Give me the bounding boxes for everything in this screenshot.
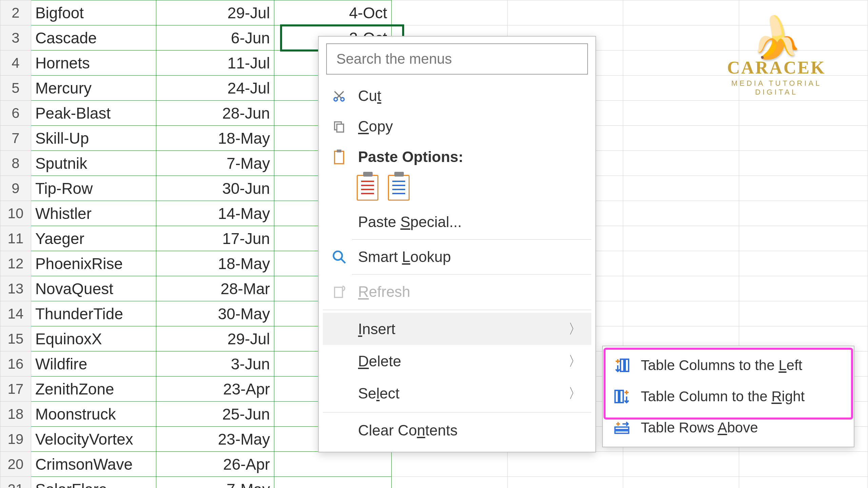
cell-date1[interactable]: 28-Mar <box>156 276 274 301</box>
cell-blank[interactable] <box>623 226 739 251</box>
cell-blank[interactable] <box>391 477 507 488</box>
cell-date1[interactable]: 30-May <box>156 301 274 326</box>
cell-blank[interactable] <box>739 452 868 477</box>
cell-name[interactable]: Sputnik <box>31 151 156 176</box>
cell-blank[interactable] <box>739 201 868 226</box>
cell-date2[interactable]: 4-Oct <box>274 0 392 25</box>
cell-name[interactable]: Bigfoot <box>31 0 156 25</box>
cell-name[interactable]: NovaQuest <box>31 276 156 301</box>
row-number[interactable]: 5 <box>0 76 31 101</box>
cell-blank[interactable] <box>623 126 739 151</box>
cell-blank[interactable] <box>623 301 739 326</box>
cell-date1[interactable]: 18-May <box>156 251 274 276</box>
cell-name[interactable]: Yaeger <box>31 226 156 251</box>
cell-date1[interactable]: 18-May <box>156 126 274 151</box>
cell-name[interactable]: ThunderTide <box>31 301 156 326</box>
cell-date1[interactable]: 3-Jun <box>156 351 274 377</box>
cell-date1[interactable]: 23-Apr <box>156 377 274 402</box>
cell-name[interactable]: ZenithZone <box>31 377 156 402</box>
delete-item[interactable]: Delete 〉 <box>323 345 591 377</box>
cell-name[interactable]: Mercury <box>31 76 156 101</box>
cell-blank[interactable] <box>507 477 623 488</box>
row-number[interactable]: 12 <box>0 251 31 276</box>
row-number[interactable]: 19 <box>0 427 31 452</box>
cell-blank[interactable] <box>739 477 868 488</box>
row-number[interactable]: 6 <box>0 101 31 126</box>
cell-blank[interactable] <box>623 151 739 176</box>
cell-name[interactable]: Whistler <box>31 201 156 226</box>
copy-item[interactable]: Copy <box>323 111 591 142</box>
cell-blank[interactable] <box>623 50 739 76</box>
cell-blank[interactable] <box>739 50 868 76</box>
cell-name[interactable]: CrimsonWave <box>31 452 156 477</box>
cell-blank[interactable] <box>623 251 739 276</box>
cell-date1[interactable]: 29-Jul <box>156 326 274 351</box>
cell-blank[interactable] <box>623 25 739 50</box>
cell-blank[interactable] <box>623 276 739 301</box>
row-number[interactable]: 2 <box>0 0 31 25</box>
cell-name[interactable]: Hornets <box>31 50 156 76</box>
cell-blank[interactable] <box>623 76 739 101</box>
table-rows-above-item[interactable]: Table Rows Above <box>603 412 854 443</box>
cell-blank[interactable] <box>623 201 739 226</box>
cell-blank[interactable] <box>623 477 739 488</box>
row-number[interactable]: 11 <box>0 226 31 251</box>
cell-blank[interactable] <box>391 0 507 25</box>
cell-blank[interactable] <box>739 276 868 301</box>
cell-blank[interactable] <box>739 25 868 50</box>
row-number[interactable]: 8 <box>0 151 31 176</box>
insert-item[interactable]: Insert 〉 <box>323 313 591 345</box>
select-item[interactable]: Select 〉 <box>323 377 591 409</box>
cell-name[interactable]: Tip-Row <box>31 176 156 201</box>
cell-blank[interactable] <box>739 151 868 176</box>
cell-date1[interactable]: 25-Jun <box>156 402 274 427</box>
smart-lookup-item[interactable]: Smart Lookup <box>323 242 591 272</box>
cell-name[interactable]: Moonstruck <box>31 402 156 427</box>
row-number[interactable]: 21 <box>0 477 31 488</box>
cell-date2[interactable] <box>274 477 392 488</box>
cell-date1[interactable]: 28-Jun <box>156 101 274 126</box>
cell-blank[interactable] <box>739 301 868 326</box>
table-columns-left-item[interactable]: Table Columns to the Left <box>603 350 854 381</box>
cell-blank[interactable] <box>623 176 739 201</box>
cell-blank[interactable] <box>739 251 868 276</box>
cell-date1[interactable]: 7-May <box>156 477 274 488</box>
row-number[interactable]: 9 <box>0 176 31 201</box>
cell-blank[interactable] <box>507 452 623 477</box>
row-number[interactable]: 15 <box>0 326 31 351</box>
paste-special-item[interactable]: Paste Special... <box>323 207 591 237</box>
cell-blank[interactable] <box>739 101 868 126</box>
row-number[interactable]: 18 <box>0 402 31 427</box>
cell-date1[interactable]: 30-Jun <box>156 176 274 201</box>
cell-blank[interactable] <box>391 452 507 477</box>
cell-name[interactable]: Peak-Blast <box>31 101 156 126</box>
cell-name[interactable]: Skill-Up <box>31 126 156 151</box>
cell-blank[interactable] <box>623 452 739 477</box>
row-number[interactable]: 16 <box>0 351 31 377</box>
cell-date1[interactable]: 17-Jun <box>156 226 274 251</box>
cell-date1[interactable]: 26-Apr <box>156 452 274 477</box>
cell-blank[interactable] <box>507 0 623 25</box>
cell-date1[interactable]: 14-May <box>156 201 274 226</box>
cell-blank[interactable] <box>739 226 868 251</box>
cell-name[interactable]: Cascade <box>31 25 156 50</box>
paste-values-icon[interactable] <box>388 175 410 201</box>
cell-blank[interactable] <box>739 176 868 201</box>
cell-name[interactable]: PhoenixRise <box>31 251 156 276</box>
cell-name[interactable]: EquinoxX <box>31 326 156 351</box>
row-number[interactable]: 13 <box>0 276 31 301</box>
cell-date1[interactable]: 6-Jun <box>156 25 274 50</box>
cell-date1[interactable]: 29-Jul <box>156 0 274 25</box>
paste-icon[interactable] <box>357 175 378 201</box>
row-number[interactable]: 4 <box>0 50 31 76</box>
table-column-right-item[interactable]: Table Column to the Right <box>603 381 854 412</box>
cell-blank[interactable] <box>623 0 739 25</box>
cell-name[interactable]: VelocityVortex <box>31 427 156 452</box>
clear-contents-item[interactable]: Clear Contents <box>323 415 591 446</box>
cell-date1[interactable]: 7-May <box>156 151 274 176</box>
cell-name[interactable]: SolarFlare <box>31 477 156 488</box>
row-number[interactable]: 10 <box>0 201 31 226</box>
menu-search-input[interactable]: Search the menus <box>326 43 588 75</box>
cell-date1[interactable]: 24-Jul <box>156 76 274 101</box>
row-number[interactable]: 3 <box>0 25 31 50</box>
